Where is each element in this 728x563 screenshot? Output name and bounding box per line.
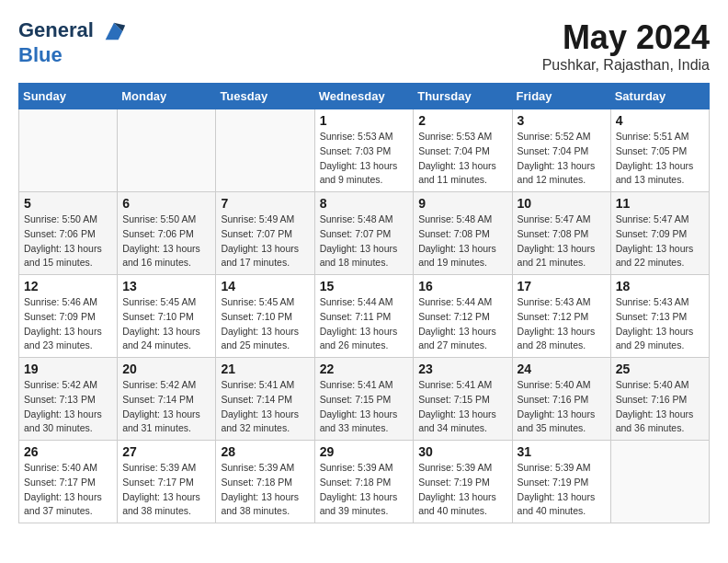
page-header: General Blue May 2024 Pushkar, Rajasthan… (18, 18, 710, 74)
calendar-cell: 30Sunrise: 5:39 AMSunset: 7:19 PMDayligh… (414, 441, 512, 523)
day-number: 14 (221, 279, 309, 293)
day-number: 16 (418, 279, 506, 293)
day-info: Sunrise: 5:49 AMSunset: 7:07 PMDaylight:… (221, 213, 309, 270)
calendar-cell (19, 109, 118, 192)
logo: General Blue (18, 18, 127, 66)
calendar-cell (216, 109, 314, 192)
day-number: 7 (221, 196, 309, 211)
day-header-sunday: Sunday (19, 84, 118, 109)
day-info: Sunrise: 5:45 AMSunset: 7:10 PMDaylight:… (221, 295, 309, 353)
calendar-cell (118, 109, 216, 192)
day-number: 17 (518, 279, 606, 293)
day-info: Sunrise: 5:50 AMSunset: 7:06 PMDaylight:… (24, 213, 112, 270)
calendar-week-row: 1Sunrise: 5:53 AMSunset: 7:03 PMDaylight… (19, 109, 710, 192)
calendar-header-row: SundayMondayTuesdayWednesdayThursdayFrid… (19, 84, 710, 109)
calendar-table: SundayMondayTuesdayWednesdayThursdayFrid… (18, 83, 710, 523)
day-number: 29 (320, 444, 409, 459)
day-number: 23 (418, 362, 506, 376)
calendar-cell: 28Sunrise: 5:39 AMSunset: 7:18 PMDayligh… (216, 441, 314, 523)
calendar-cell: 21Sunrise: 5:41 AMSunset: 7:14 PMDayligh… (216, 358, 314, 441)
calendar-week-row: 5Sunrise: 5:50 AMSunset: 7:06 PMDaylight… (19, 192, 710, 275)
calendar-week-row: 12Sunrise: 5:46 AMSunset: 7:09 PMDayligh… (19, 275, 710, 358)
day-info: Sunrise: 5:47 AMSunset: 7:08 PMDaylight:… (518, 213, 606, 270)
location-title: Pushkar, Rajasthan, India (542, 57, 710, 74)
day-number: 15 (320, 279, 409, 293)
calendar-cell: 26Sunrise: 5:40 AMSunset: 7:17 PMDayligh… (19, 441, 118, 523)
calendar-cell: 10Sunrise: 5:47 AMSunset: 7:08 PMDayligh… (512, 192, 610, 275)
day-number: 5 (24, 196, 112, 211)
calendar-week-row: 26Sunrise: 5:40 AMSunset: 7:17 PMDayligh… (19, 441, 710, 523)
day-header-thursday: Thursday (414, 84, 512, 109)
day-info: Sunrise: 5:50 AMSunset: 7:06 PMDaylight:… (122, 213, 210, 270)
day-info: Sunrise: 5:44 AMSunset: 7:12 PMDaylight:… (418, 295, 506, 353)
day-number: 22 (320, 362, 409, 376)
day-info: Sunrise: 5:40 AMSunset: 7:16 PMDaylight:… (616, 378, 704, 436)
calendar-cell: 14Sunrise: 5:45 AMSunset: 7:10 PMDayligh… (216, 275, 314, 358)
day-info: Sunrise: 5:48 AMSunset: 7:07 PMDaylight:… (320, 213, 409, 270)
day-number: 18 (616, 279, 704, 293)
calendar-cell: 11Sunrise: 5:47 AMSunset: 7:09 PMDayligh… (610, 192, 709, 275)
day-info: Sunrise: 5:51 AMSunset: 7:05 PMDaylight:… (616, 130, 704, 188)
day-number: 27 (122, 444, 210, 459)
day-info: Sunrise: 5:42 AMSunset: 7:13 PMDaylight:… (24, 378, 112, 436)
calendar-cell: 29Sunrise: 5:39 AMSunset: 7:18 PMDayligh… (314, 441, 414, 523)
calendar-cell: 23Sunrise: 5:41 AMSunset: 7:15 PMDayligh… (414, 358, 512, 441)
day-number: 11 (616, 196, 704, 211)
day-number: 8 (320, 196, 409, 211)
day-info: Sunrise: 5:41 AMSunset: 7:15 PMDaylight:… (418, 378, 506, 436)
day-info: Sunrise: 5:53 AMSunset: 7:04 PMDaylight:… (418, 130, 506, 188)
calendar-cell: 5Sunrise: 5:50 AMSunset: 7:06 PMDaylight… (19, 192, 118, 275)
day-info: Sunrise: 5:47 AMSunset: 7:09 PMDaylight:… (616, 213, 704, 270)
day-info: Sunrise: 5:53 AMSunset: 7:03 PMDaylight:… (320, 130, 409, 188)
calendar-cell: 16Sunrise: 5:44 AMSunset: 7:12 PMDayligh… (414, 275, 512, 358)
day-header-wednesday: Wednesday (314, 84, 414, 109)
calendar-cell: 20Sunrise: 5:42 AMSunset: 7:14 PMDayligh… (118, 358, 216, 441)
logo-text: General (18, 18, 127, 44)
day-header-tuesday: Tuesday (216, 84, 314, 109)
day-number: 10 (518, 196, 606, 211)
calendar-cell: 8Sunrise: 5:48 AMSunset: 7:07 PMDaylight… (314, 192, 414, 275)
day-info: Sunrise: 5:48 AMSunset: 7:08 PMDaylight:… (418, 213, 506, 270)
day-info: Sunrise: 5:46 AMSunset: 7:09 PMDaylight:… (24, 295, 112, 353)
day-number: 4 (616, 113, 704, 128)
calendar-cell: 19Sunrise: 5:42 AMSunset: 7:13 PMDayligh… (19, 358, 118, 441)
day-number: 25 (616, 362, 704, 376)
day-number: 9 (418, 196, 506, 211)
day-number: 1 (320, 113, 409, 128)
day-number: 19 (24, 362, 112, 376)
day-info: Sunrise: 5:39 AMSunset: 7:19 PMDaylight:… (518, 461, 606, 519)
day-number: 13 (122, 279, 210, 293)
day-number: 12 (24, 279, 112, 293)
calendar-cell: 17Sunrise: 5:43 AMSunset: 7:12 PMDayligh… (512, 275, 610, 358)
day-number: 3 (518, 113, 606, 128)
calendar-cell: 31Sunrise: 5:39 AMSunset: 7:19 PMDayligh… (512, 441, 610, 523)
calendar-week-row: 19Sunrise: 5:42 AMSunset: 7:13 PMDayligh… (19, 358, 710, 441)
calendar-cell: 24Sunrise: 5:40 AMSunset: 7:16 PMDayligh… (512, 358, 610, 441)
day-number: 20 (122, 362, 210, 376)
calendar-cell: 18Sunrise: 5:43 AMSunset: 7:13 PMDayligh… (610, 275, 709, 358)
day-info: Sunrise: 5:44 AMSunset: 7:11 PMDaylight:… (320, 295, 409, 353)
day-info: Sunrise: 5:40 AMSunset: 7:17 PMDaylight:… (24, 461, 112, 519)
day-info: Sunrise: 5:39 AMSunset: 7:18 PMDaylight:… (221, 461, 309, 519)
calendar-cell: 7Sunrise: 5:49 AMSunset: 7:07 PMDaylight… (216, 192, 314, 275)
calendar-cell: 25Sunrise: 5:40 AMSunset: 7:16 PMDayligh… (610, 358, 709, 441)
calendar-cell: 22Sunrise: 5:41 AMSunset: 7:15 PMDayligh… (314, 358, 414, 441)
day-number: 21 (221, 362, 309, 376)
calendar-cell: 13Sunrise: 5:45 AMSunset: 7:10 PMDayligh… (118, 275, 216, 358)
calendar-cell: 12Sunrise: 5:46 AMSunset: 7:09 PMDayligh… (19, 275, 118, 358)
day-info: Sunrise: 5:39 AMSunset: 7:18 PMDaylight:… (320, 461, 409, 519)
calendar-cell: 2Sunrise: 5:53 AMSunset: 7:04 PMDaylight… (414, 109, 512, 192)
calendar-cell: 6Sunrise: 5:50 AMSunset: 7:06 PMDaylight… (118, 192, 216, 275)
day-number: 6 (122, 196, 210, 211)
calendar-cell (610, 441, 709, 523)
day-number: 31 (518, 444, 606, 459)
calendar-cell: 27Sunrise: 5:39 AMSunset: 7:17 PMDayligh… (118, 441, 216, 523)
logo-blue: Blue (18, 44, 127, 66)
day-header-monday: Monday (118, 84, 216, 109)
day-info: Sunrise: 5:43 AMSunset: 7:12 PMDaylight:… (518, 295, 606, 353)
day-number: 30 (418, 444, 506, 459)
calendar-cell: 3Sunrise: 5:52 AMSunset: 7:04 PMDaylight… (512, 109, 610, 192)
title-block: May 2024 Pushkar, Rajasthan, India (542, 18, 710, 74)
day-number: 24 (518, 362, 606, 376)
logo-general: General (18, 18, 94, 41)
